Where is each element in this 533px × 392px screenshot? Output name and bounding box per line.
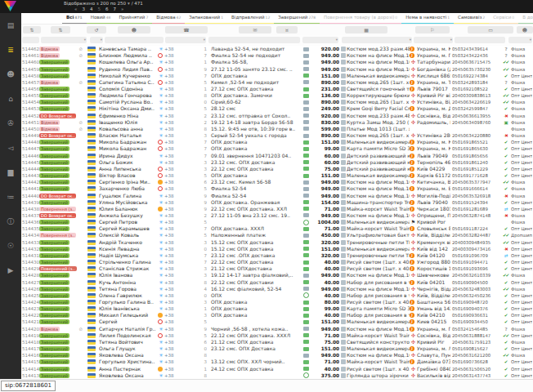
tracking-number[interactable]: 20450632824487 <box>450 232 500 238</box>
tracking-number[interactable]: 20450631437743 <box>450 372 500 379</box>
client-phone[interactable]: +38 <box>164 166 197 172</box>
tracking-number[interactable]: 20450634220880 <box>450 132 500 139</box>
client-phone[interactable]: +38 <box>164 265 197 272</box>
order-row[interactable]: 514416ЗавершенийЯковлева Оксана✳+388949.… <box>21 352 533 359</box>
order-row[interactable]: 514436ЗавершенийСергей Петров✳+3851004.0… <box>21 219 533 225</box>
order-row[interactable]: 514447ЗавершенийМикола Бадражан+387ОПХ д… <box>21 145 533 152</box>
client-phone[interactable]: +38 <box>164 299 197 305</box>
order-row[interactable]: 514413ЗавершенийЯковлева Оксана✳+388375.… <box>21 372 533 379</box>
tracking-number[interactable]: 0501690736628 <box>450 359 500 365</box>
order-row[interactable]: 514433ЗавершенийАндрій Ткаченко✳+38315.1… <box>21 239 533 246</box>
tab-запакований[interactable]: Запакований1 <box>185 13 227 24</box>
client-phone[interactable]: +38 <box>164 332 197 339</box>
id-filter[interactable] <box>22 37 39 43</box>
info-icon[interactable]: ⓘ <box>0 209 21 234</box>
manager-filter[interactable]: ▾ <box>508 37 532 43</box>
tracking-number[interactable]: 20450631621200 <box>450 352 500 359</box>
client-phone[interactable]: +38 <box>164 199 197 206</box>
order-row[interactable]: 514456ЗавершенийСоломія Сідоніна✳+38127.… <box>21 86 533 92</box>
tracking-number[interactable]: 0501690940376 <box>450 305 500 312</box>
client-phone[interactable]: +38 <box>164 326 197 332</box>
client-phone[interactable]: +38 <box>164 305 197 312</box>
order-row[interactable]: 514423ЗавершенийЮлія Іванівська✳+381ОПХ … <box>21 305 533 312</box>
tracking-number[interactable]: 0501691666614 <box>450 185 500 192</box>
order-row[interactable]: 514444ЗавершенийАнна Липенська+38322.12 … <box>21 166 533 172</box>
order-row[interactable]: 514450Відмова⊘Ковальсова анна✳+38815.12.… <box>21 126 533 132</box>
order-row[interactable]: 514430ЗавершенийСтрільченко Галина✳+3872… <box>21 259 533 265</box>
tracking-number[interactable]: 0501691861240 <box>450 159 500 166</box>
tracking-number[interactable]: 0501690934450 <box>450 318 500 325</box>
client-phone[interactable]: +38 <box>164 193 197 199</box>
tracking-number[interactable]: 0501691281689 <box>450 206 500 212</box>
manager-icon[interactable]: ☻ <box>517 26 533 33</box>
client-phone[interactable]: +38 <box>164 52 197 59</box>
client-phone[interactable]: +38 <box>164 99 197 105</box>
client-phone[interactable]: +38 <box>164 366 197 372</box>
comment-filter[interactable] <box>208 37 300 43</box>
client-phone[interactable]: +38 <box>164 232 197 238</box>
tab-самовивіз[interactable]: Самовивіз2 <box>454 13 489 24</box>
tab-повернення-товару-в-дорозі-[interactable]: Повернення товару (в дорозі)0 <box>320 13 401 24</box>
client-phone[interactable]: +38 <box>164 159 197 166</box>
order-row[interactable]: 514441ЗавершенийЗахарченко Люба+385Фиалк… <box>21 185 533 192</box>
client-phone[interactable]: +38 <box>164 312 197 318</box>
client-phone[interactable]: +38 <box>164 359 197 365</box>
pager-page-7[interactable]: 7 <box>113 7 116 11</box>
order-row[interactable]: 514422ЗавершенийМихаил Гилецький+383ОПХ … <box>21 312 533 318</box>
order-row[interactable]: 514462Відмова⊘Каневська Тамара ..✳+381Ла… <box>21 46 533 52</box>
contacts-card-icon[interactable]: ▤ <box>0 13 21 38</box>
payment-icon[interactable]: ¤ <box>276 26 298 33</box>
order-row[interactable]: 514439ЗавершенийУляна Мусійовська✳+389ОП… <box>21 199 533 206</box>
order-row[interactable]: 514448ЗавершенийМикола Бадражан+387ОПХ д… <box>21 139 533 145</box>
tracking-number[interactable]: 0501691093696 <box>450 265 500 272</box>
client-phone[interactable]: +38 <box>164 259 197 265</box>
tracking-number[interactable]: 0501691865521 <box>450 139 500 145</box>
order-row[interactable]: 514429Повернений (з..Станіслав Стрижак✳+… <box>21 265 533 272</box>
phone-filter[interactable]: ▾ <box>165 37 206 43</box>
tab-прийнятий[interactable]: Прийнятий7 <box>114 13 152 24</box>
tracking-number[interactable]: 0501690815627 <box>450 345 500 352</box>
tracking-number[interactable]: 20450635730230 <box>450 66 500 73</box>
client-phone[interactable]: +38 <box>164 153 197 159</box>
client-phone[interactable]: +38 <box>164 339 197 345</box>
order-row[interactable]: 514434Повернення (з..Олексій Коваль✳+385… <box>21 232 533 238</box>
web-globe-icon[interactable]: ☉ <box>0 234 21 258</box>
tracking-number[interactable]: 0503242599847 <box>450 105 500 112</box>
order-row[interactable]: 514420Відмова⊘Ситарчук Наталія Гр..✳+389… <box>21 326 533 332</box>
order-row[interactable]: 514446ЗавершенийИрина Дидух✳+38709.01 зв… <box>21 153 533 159</box>
pager-page-6[interactable]: 6 <box>105 7 109 11</box>
tracking-number[interactable]: 0501690936631 <box>450 312 500 318</box>
settings-sliders-icon[interactable]: ≔ <box>0 185 21 209</box>
page-size-dropdown-icon[interactable]: ▾ <box>128 1 130 6</box>
order-row[interactable]: 514418ЗавершенийТетяна Войтович✳+38621.1… <box>21 339 533 345</box>
video-icon[interactable]: ▶ <box>0 258 21 283</box>
order-row[interactable]: 514421ЗавершенийСергей+385151.00Маленька… <box>21 318 533 325</box>
tracking-number[interactable]: 0501692108522 <box>450 86 500 92</box>
tab-відмова[interactable]: Відмова42 <box>152 13 185 24</box>
tracking-number[interactable]: 20450631888147 <box>450 332 500 339</box>
tracking-number[interactable]: 0501691851229 <box>450 166 500 172</box>
client-phone[interactable]: +38 <box>164 73 197 79</box>
tab-в-дорозі-додому[interactable]: В дорозі додому0 <box>518 13 533 24</box>
purchases-cart-icon[interactable]: ✇ <box>0 111 21 136</box>
tracking-number[interactable]: 20450634226619 <box>450 99 500 105</box>
tracking-number[interactable]: 0501690948720 <box>450 299 500 305</box>
tracking-number[interactable]: 0503243439614 <box>450 46 500 52</box>
client-phone[interactable]: +38 <box>164 279 197 286</box>
ttn-filter[interactable] <box>455 37 505 43</box>
client-phone[interactable]: +38 <box>164 172 197 179</box>
tab-новий[interactable]: Новий48 <box>87 13 115 24</box>
substatus-sort-icon[interactable]: ⇅ <box>51 26 70 33</box>
tracking-number[interactable]: 0503241546485 <box>450 326 500 332</box>
order-row[interactable]: 514460ЗавершенийКошелева Ольга Ар..✳+381… <box>21 59 533 65</box>
city-filter[interactable]: ▾ <box>414 37 453 43</box>
client-phone[interactable]: +38 <box>164 139 197 145</box>
client-phone[interactable]: +38 <box>164 246 197 252</box>
client-phone[interactable]: +38 <box>164 372 197 379</box>
order-row[interactable]: 514440DO Возврат ок..Гуцалюк Галина✳+389… <box>21 192 533 198</box>
client-phone[interactable]: +38 <box>164 212 197 219</box>
tracking-number[interactable]: 20450636613955 <box>450 113 500 119</box>
tracking-number[interactable]: 0501691096709 <box>450 252 500 259</box>
clients-icon[interactable]: ☻ <box>0 62 21 87</box>
order-row[interactable]: 514437DO Возврат ок..Анжела Безушку✳+382… <box>21 212 533 219</box>
